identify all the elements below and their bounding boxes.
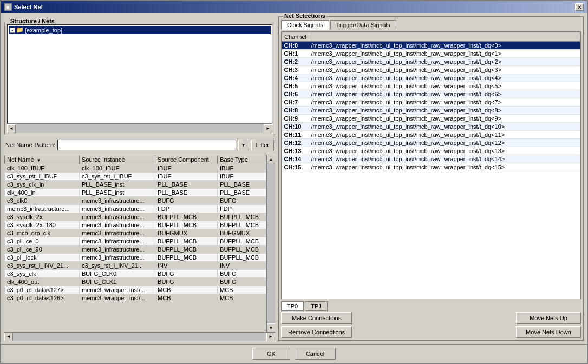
left-panel: Structure / Nets - 📁 [example_top] ◄ ► N… bbox=[4, 16, 275, 341]
table-cell: BUFG bbox=[218, 270, 266, 278]
channel-row[interactable]: CH:1/memc3_wrapper_inst/mcb_ui_top_inst/… bbox=[282, 50, 580, 58]
table-cell: memc3_infrastructure... bbox=[80, 246, 155, 254]
table-row[interactable]: c3_pll_ce_90memc3_infrastructure...BUFPL… bbox=[5, 246, 266, 254]
channel-label: CH:15 bbox=[282, 163, 309, 171]
channel-row[interactable]: CH:11/memc3_wrapper_inst/mcb_ui_top_inst… bbox=[282, 131, 580, 139]
th-net-name[interactable]: Net Name ▼ bbox=[5, 155, 80, 164]
table-row[interactable]: clk_100_IBUFclk_100_IBUFIBUFIBUF bbox=[5, 164, 266, 173]
table-row[interactable]: c3_sys_rst_i_INV_21...c3_sys_rst_i_INV_2… bbox=[5, 262, 266, 270]
channel-path: /memc3_wrapper_inst/mcb_ui_top_inst/mcb_… bbox=[309, 115, 580, 123]
th-source-instance[interactable]: Source Instance bbox=[80, 155, 155, 164]
table-row[interactable]: c3_mcb_drp_clkmemc3_infrastructure...BUF… bbox=[5, 229, 266, 237]
channel-label: CH:8 bbox=[282, 107, 309, 115]
channel-row[interactable]: CH:5/memc3_wrapper_inst/mcb_ui_top_inst/… bbox=[282, 82, 580, 90]
scroll-right-net-btn[interactable]: ► bbox=[266, 333, 275, 341]
table-row[interactable]: c3_clk0memc3_infrastructure...BUFGBUFG bbox=[5, 197, 266, 205]
table-row[interactable]: c3_pll_ce_0memc3_infrastructure...BUFPLL… bbox=[5, 237, 266, 246]
table-cell: MCB bbox=[218, 286, 266, 294]
channel-row[interactable]: CH:14/memc3_wrapper_inst/mcb_ui_top_inst… bbox=[282, 155, 580, 163]
scroll-left-net-btn[interactable]: ◄ bbox=[4, 333, 13, 341]
tab-clock-signals[interactable]: Clock Signals bbox=[281, 20, 329, 30]
ok-button[interactable]: OK bbox=[252, 348, 290, 360]
pattern-dropdown-btn[interactable]: ▼ bbox=[238, 140, 249, 150]
th-source-component[interactable]: Source Component bbox=[155, 155, 218, 164]
tab-tp0[interactable]: TP0 bbox=[281, 301, 304, 311]
tab-tp1[interactable]: TP1 bbox=[305, 301, 328, 311]
h-scrollbar-structure[interactable]: ◄ ► bbox=[7, 124, 272, 133]
tree-expand-icon[interactable]: - bbox=[10, 28, 15, 33]
table-cell: BUFG bbox=[218, 197, 266, 205]
channel-row[interactable]: CH:10/memc3_wrapper_inst/mcb_ui_top_inst… bbox=[282, 123, 580, 131]
table-cell: c3_mcb_drp_clk bbox=[5, 229, 80, 237]
table-cell: BUFPLL_MCB bbox=[155, 254, 218, 262]
table-cell: BUFPLL_MCB bbox=[218, 213, 266, 221]
channel-path: /memc3_wrapper_inst/mcb_ui_top_inst/mcb_… bbox=[309, 155, 580, 163]
v-scrollbar-net-table[interactable]: ▲ ▼ bbox=[266, 155, 275, 332]
channel-label: CH:9 bbox=[282, 115, 309, 123]
scroll-right-btn[interactable]: ► bbox=[264, 124, 272, 133]
table-cell: memc3_infrastructure... bbox=[80, 254, 155, 262]
table-row[interactable]: memc3_infrastructure...memc3_infrastruct… bbox=[5, 205, 266, 213]
tree-item-example-top[interactable]: - 📁 [example_top] bbox=[9, 26, 271, 34]
scroll-up-btn[interactable]: ▲ bbox=[267, 155, 276, 163]
table-row[interactable]: c3_sysclk_2x_180memc3_infrastructure...B… bbox=[5, 221, 266, 229]
table-row[interactable]: c3_sys_clk_inPLL_BASE_instPLL_BASEPLL_BA… bbox=[5, 181, 266, 189]
v-scroll-thumb[interactable] bbox=[267, 163, 275, 323]
move-nets-up-button[interactable]: Move Nets Up bbox=[516, 312, 581, 324]
close-button[interactable]: ✕ bbox=[575, 3, 584, 11]
channel-row[interactable]: CH:6/memc3_wrapper_inst/mcb_ui_top_inst/… bbox=[282, 90, 580, 98]
scroll-track-net[interactable] bbox=[13, 333, 266, 341]
th-channel: Channel bbox=[282, 32, 309, 42]
net-table-outer: Net Name ▼ Source Instance Source Compon… bbox=[4, 155, 275, 332]
channel-row[interactable]: CH:0/memc3_wrapper_inst/mcb_ui_top_inst/… bbox=[282, 42, 580, 50]
th-path bbox=[309, 32, 580, 42]
h-scrollbar-net-table[interactable]: ◄ ► bbox=[4, 332, 275, 341]
table-cell: clk_100_IBUF bbox=[80, 164, 155, 173]
channel-row[interactable]: CH:15/memc3_wrapper_inst/mcb_ui_top_inst… bbox=[282, 163, 580, 171]
th-base-type[interactable]: Base Type bbox=[218, 155, 266, 164]
tree-area[interactable]: - 📁 [example_top] bbox=[7, 24, 272, 124]
table-cell: c3_pll_ce_0 bbox=[5, 237, 80, 246]
table-cell: c3_sys_rst_i_INV_21... bbox=[5, 262, 80, 270]
table-cell: PLL_BASE bbox=[155, 189, 218, 197]
table-row[interactable]: c3_p0_rd_data<127>memc3_wrapper_inst/...… bbox=[5, 286, 266, 294]
channel-path: /memc3_wrapper_inst/mcb_ui_top_inst/mcb_… bbox=[309, 66, 580, 74]
table-cell: PLL_BASE bbox=[218, 189, 266, 197]
window-icon: ■ bbox=[4, 3, 12, 11]
table-cell: BUFG bbox=[155, 278, 218, 286]
remove-connections-button[interactable]: Remove Connections bbox=[281, 326, 352, 338]
channel-path: /memc3_wrapper_inst/mcb_ui_top_inst/mcb_… bbox=[309, 98, 580, 107]
table-row[interactable]: clk_400_outBUFG_CLK1BUFGBUFG bbox=[5, 278, 266, 286]
make-connections-button[interactable]: Make Connections bbox=[281, 312, 352, 324]
pattern-input[interactable] bbox=[57, 140, 236, 150]
channel-path: /memc3_wrapper_inst/mcb_ui_top_inst/mcb_… bbox=[309, 147, 580, 155]
table-row[interactable]: c3_p0_rd_data<126>memc3_wrapper_inst/...… bbox=[5, 294, 266, 302]
channel-row[interactable]: CH:13/memc3_wrapper_inst/mcb_ui_top_inst… bbox=[282, 147, 580, 155]
channel-row[interactable]: CH:7/memc3_wrapper_inst/mcb_ui_top_inst/… bbox=[282, 98, 580, 107]
table-row[interactable]: c3_pll_lockmemc3_infrastructure...BUFPLL… bbox=[5, 254, 266, 262]
table-row[interactable]: c3_sys_clkBUFG_CLK0BUFGBUFG bbox=[5, 270, 266, 278]
table-row[interactable]: c3_sysclk_2xmemc3_infrastructure...BUFPL… bbox=[5, 213, 266, 221]
channel-label: CH:2 bbox=[282, 58, 309, 66]
table-cell: clk_100_IBUF bbox=[5, 164, 80, 173]
filter-button[interactable]: Filter bbox=[251, 140, 274, 150]
net-table-scroll[interactable]: Net Name ▼ Source Instance Source Compon… bbox=[4, 155, 266, 332]
channel-row[interactable]: CH:9/memc3_wrapper_inst/mcb_ui_top_inst/… bbox=[282, 115, 580, 123]
net-table-section: Net Name ▼ Source Instance Source Compon… bbox=[4, 155, 275, 341]
move-nets-down-button[interactable]: Move Nets Down bbox=[516, 326, 581, 338]
table-cell: FDP bbox=[218, 205, 266, 213]
scroll-down-btn[interactable]: ▼ bbox=[267, 323, 276, 332]
channel-row[interactable]: CH:8/memc3_wrapper_inst/mcb_ui_top_inst/… bbox=[282, 107, 580, 115]
scroll-track[interactable] bbox=[16, 124, 264, 133]
table-row[interactable]: clk_400_inPLL_BASE_instPLL_BASEPLL_BASE bbox=[5, 189, 266, 197]
table-cell: BUFG bbox=[155, 270, 218, 278]
scroll-left-btn[interactable]: ◄ bbox=[7, 124, 16, 133]
cancel-button[interactable]: Cancel bbox=[295, 348, 336, 360]
table-row[interactable]: c3_sys_rst_i_IBUFc3_sys_rst_i_IBUFIBUFIB… bbox=[5, 173, 266, 181]
channel-row[interactable]: CH:4/memc3_wrapper_inst/mcb_ui_top_inst/… bbox=[282, 74, 580, 82]
structure-nets-label: Structure / Nets bbox=[9, 18, 56, 24]
channel-row[interactable]: CH:12/memc3_wrapper_inst/mcb_ui_top_inst… bbox=[282, 139, 580, 147]
tab-trigger-data-signals[interactable]: Trigger/Data Signals bbox=[330, 20, 396, 29]
channel-row[interactable]: CH:3/memc3_wrapper_inst/mcb_ui_top_inst/… bbox=[282, 66, 580, 74]
channel-row[interactable]: CH:2/memc3_wrapper_inst/mcb_ui_top_inst/… bbox=[282, 58, 580, 66]
